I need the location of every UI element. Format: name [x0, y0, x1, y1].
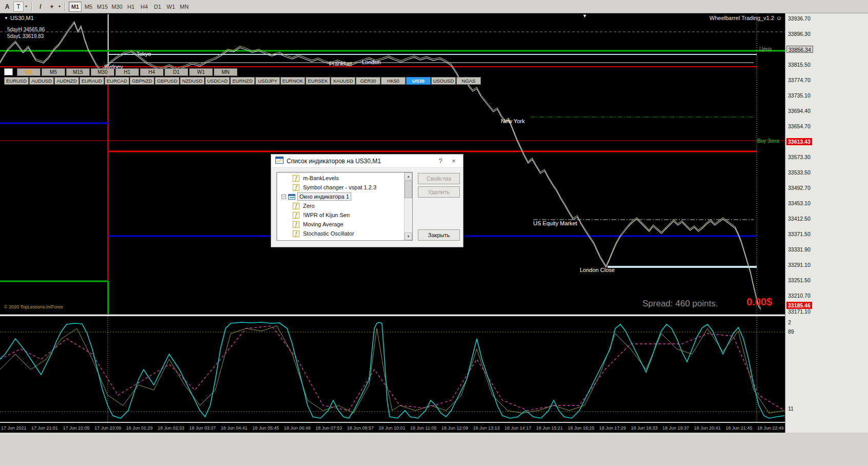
indicator-item[interactable]: −Окно индикатора 1 — [277, 192, 403, 201]
indicator-item-label: !WPR of Kijun Sen — [301, 211, 351, 219]
symbol-button-nzdusd[interactable]: NZDUSD — [180, 77, 205, 85]
close-button[interactable]: Закрыть — [418, 229, 460, 241]
function-icon: ƒ — [293, 221, 299, 228]
text-tool-icon[interactable]: T — [13, 2, 24, 12]
toolbar-timeframe-m1[interactable]: M1 — [69, 2, 82, 12]
indicator-item[interactable]: ƒ!WPR of Kijun Sen — [277, 210, 403, 220]
chart-timeframe-h1[interactable]: H1 — [115, 68, 139, 76]
line-tools-icon[interactable]: / — [35, 2, 46, 12]
chart-window[interactable]: ▼ US30,M1 ▼ Wheelbarrel Trading_v1.2 ☺ 5… — [0, 13, 785, 433]
symbol-button-usousd[interactable]: USOUSD — [431, 77, 456, 85]
chart-timeframe-m5[interactable]: M5 — [42, 68, 65, 76]
indicator-title: Wheelbarrel Trading_v1.2 ☺ — [710, 15, 782, 21]
price-axis-label: 33371.50 — [788, 230, 811, 238]
indicator-list[interactable]: ƒm-BankLevelsƒSymbol changer - vspat 1.2… — [276, 172, 413, 241]
time-axis[interactable]: 17 Jun 202117 Jun 21:0117 Jun 22:0517 Ju… — [0, 423, 785, 433]
price-axis[interactable]: 33936.7033896.3033856.3433815.5033774.70… — [785, 13, 868, 433]
session-label-london-close: London Close — [580, 267, 615, 273]
chart-symbol-label[interactable]: ▼ US30,M1 — [4, 15, 34, 21]
time-axis-label: 18 Jun 22:49 — [757, 425, 784, 431]
indicator-item[interactable]: ƒm-BankLevels — [277, 173, 403, 183]
indicator-item-label: Окно индикатора 1 — [297, 192, 351, 201]
time-axis-label: 18 Jun 13:13 — [473, 425, 500, 431]
indicator-item-label: Stochastic Oscillator — [301, 230, 356, 237]
toolbar-timeframe-mn[interactable]: MN — [178, 2, 191, 12]
time-axis-label: 18 Jun 01:29 — [126, 425, 153, 431]
scroll-thumb[interactable] — [405, 181, 412, 198]
timeframe-toolbar: M1M5M15M30H1H4D1W1MN — [69, 2, 191, 12]
text-tool-dropdown-icon[interactable]: ▾ — [25, 4, 27, 9]
symbol-button-gbpnzd[interactable]: GBPNZD — [130, 77, 154, 85]
chart-indicator-separator[interactable] — [0, 314, 785, 316]
symbol-button-xauusd[interactable]: XAUUSD — [331, 77, 355, 85]
symbol-button-gbpusd[interactable]: GBPUSD — [155, 77, 179, 85]
chart-timeframe-d1[interactable]: D1 — [165, 68, 188, 76]
price-axis-label: 33331.90 — [788, 246, 811, 253]
symbol-button-euraud[interactable]: EURAUD — [79, 77, 104, 85]
indicator-item[interactable]: ƒStochastic Oscillator — [277, 229, 403, 238]
chart-timeframe-mn[interactable]: MN — [214, 68, 237, 76]
chart-timeframe-m15[interactable]: M15 — [66, 68, 90, 76]
session-label-new-york: New York — [501, 118, 524, 124]
indicator-item[interactable]: ƒMoving Average — [277, 220, 403, 229]
tools-dropdown-icon[interactable]: ▾ — [58, 4, 60, 9]
indicator-item-label: Zero — [301, 202, 316, 209]
symbol-button-ngas[interactable]: NGAS — [456, 77, 481, 85]
toolbar-timeframe-w1[interactable]: W1 — [165, 2, 177, 12]
price-axis-label: 33856.34 — [786, 46, 813, 53]
toolbar-timeframe-h1[interactable]: H1 — [125, 2, 137, 12]
symbol-button-eurcad[interactable]: EURCAD — [105, 77, 129, 85]
indicator-item[interactable]: ƒSymbol changer - vspat 1.2.3 — [277, 183, 403, 192]
price-axis-label: 33654.70 — [788, 123, 811, 130]
symbol-button-usdcad[interactable]: USDCAD — [205, 77, 230, 85]
symbol-button-hk50[interactable]: HK50 — [381, 77, 406, 85]
dialog-help-button[interactable]: ? — [435, 157, 446, 166]
time-axis-label: 18 Jun 19:37 — [662, 425, 689, 431]
toolbar-timeframe-d1[interactable]: D1 — [151, 2, 164, 12]
time-axis-label: 18 Jun 10:01 — [378, 425, 405, 431]
crosshair-tool-icon[interactable]: + — [47, 2, 57, 12]
list-scrollbar[interactable]: ▲ ▼ — [404, 172, 412, 240]
tree-expander-icon[interactable]: − — [281, 195, 286, 199]
five-day-low-label: 5dayL 33619.83 — [7, 33, 45, 40]
oscillator-main-line — [0, 322, 784, 418]
function-icon: ƒ — [293, 184, 299, 191]
toolbar-timeframe-m5[interactable]: M5 — [82, 2, 95, 12]
dialog-titlebar[interactable]: Список индикаторов на US30,M1 ? × — [271, 154, 463, 168]
symbol-button-audnzd[interactable]: AUDNZD — [54, 77, 79, 85]
indicator-title-text: Wheelbarrel Trading_v1.2 — [710, 15, 774, 21]
function-icon: ƒ — [293, 203, 299, 209]
pnl-label: 0.00$ — [746, 296, 772, 308]
spread-label: Spread: 460 points. — [642, 299, 718, 309]
symbol-button-usdjpy[interactable]: USDJPY — [255, 77, 280, 85]
symbol-button-ger30[interactable]: GER30 — [356, 77, 380, 85]
arrow-tools-icon[interactable]: A — [2, 2, 12, 12]
chart-timeframe-w1[interactable]: W1 — [189, 68, 213, 76]
symbol-button-us30[interactable]: US30 — [406, 77, 431, 85]
delete-button[interactable]: Удалить — [418, 186, 460, 198]
indicator-item[interactable]: ƒZero — [277, 201, 403, 210]
toolbar-timeframe-m30[interactable]: M30 — [110, 2, 124, 12]
function-icon: ƒ — [293, 230, 299, 237]
time-axis-label: 18 Jun 12:09 — [441, 425, 468, 431]
copyright-label: © 2020 TopLessons.In/Forex — [4, 304, 63, 309]
dialog-close-button[interactable]: × — [449, 157, 459, 166]
chart-timeframe-h4[interactable]: H4 — [140, 68, 164, 76]
price-axis-label: 2 — [788, 319, 791, 326]
time-axis-label: 18 Jun 08:57 — [347, 425, 374, 431]
scroll-up-icon[interactable]: ▲ — [405, 172, 412, 180]
chart-timeframe-m1[interactable]: M1 — [17, 68, 41, 76]
toolbar-timeframe-m15[interactable]: M15 — [95, 2, 109, 12]
symbol-changer-box[interactable] — [4, 68, 13, 75]
symbol-button-eurnzd[interactable]: EURNZD — [230, 77, 255, 85]
symbol-button-eurusd[interactable]: EURUSD — [4, 77, 29, 85]
symbol-button-audusd[interactable]: AUDUSD — [29, 77, 54, 85]
toolbar-timeframe-h4[interactable]: H4 — [138, 2, 151, 12]
oscillator-signal-line — [0, 326, 784, 411]
time-axis-label: 18 Jun 02:33 — [157, 425, 184, 431]
symbol-button-eurnok[interactable]: EURNOK — [280, 77, 305, 85]
properties-button[interactable]: Свойства — [418, 173, 460, 184]
symbol-button-eursek[interactable]: EURSEK — [306, 77, 330, 85]
scroll-down-icon[interactable]: ▼ — [405, 232, 412, 240]
chart-timeframe-m30[interactable]: M30 — [91, 68, 114, 76]
